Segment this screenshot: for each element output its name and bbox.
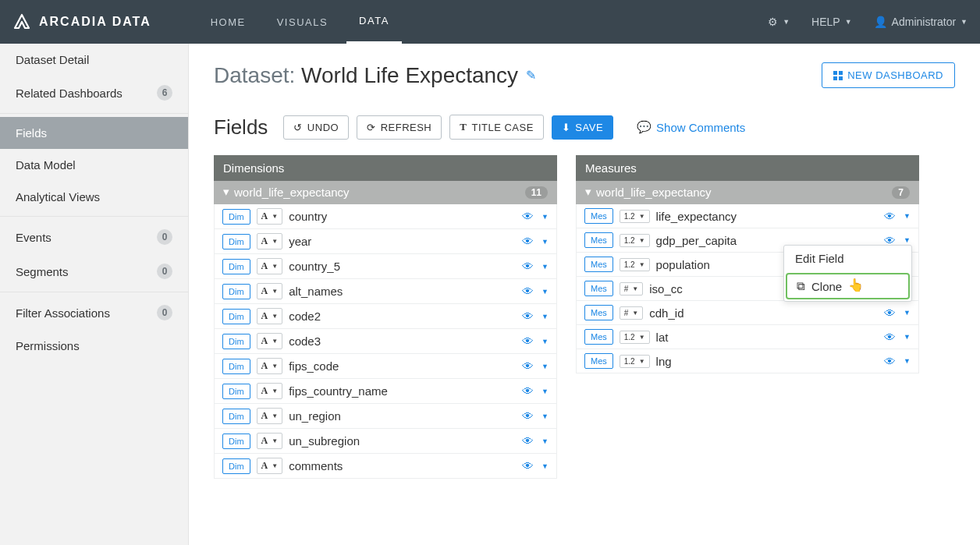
dataset-name: World Life Expectancy [301, 63, 518, 87]
field-row: DimA▼country👁▼ [214, 204, 557, 229]
measures-group-header[interactable]: ▾world_life_expectancy 7 [576, 181, 919, 204]
field-menu-caret[interactable]: ▼ [541, 338, 549, 345]
field-menu-caret[interactable]: ▼ [904, 357, 911, 365]
help-menu[interactable]: HELP ▼ [811, 16, 852, 28]
save-label: SAVE [575, 122, 603, 133]
user-menu[interactable]: 👤 Administrator ▼ [874, 16, 968, 28]
field-name: comments [289, 459, 516, 472]
sidebar-item-fields[interactable]: Fields [0, 117, 188, 149]
sidebar-item-segments[interactable]: Segments0 [0, 254, 188, 288]
field-menu-caret[interactable]: ▼ [904, 333, 911, 341]
nav-data[interactable]: DATA [346, 0, 402, 44]
field-menu-caret[interactable]: ▼ [904, 309, 911, 317]
field-menu-caret[interactable]: ▼ [541, 313, 549, 320]
gear-icon: ⚙ [768, 16, 778, 28]
visibility-icon[interactable]: 👁 [522, 434, 534, 448]
visibility-icon[interactable]: 👁 [522, 359, 534, 373]
type-selector[interactable]: 1.2▼ [620, 258, 650, 271]
user-icon: 👤 [874, 16, 887, 28]
visibility-icon[interactable]: 👁 [884, 355, 896, 368]
sidebar-item-perms[interactable]: Permissions [0, 330, 188, 362]
nav-visuals[interactable]: VISUALS [265, 0, 340, 44]
type-selector[interactable]: A▼ [257, 233, 283, 249]
sidebar-item-label: Segments [16, 265, 69, 278]
sidebar-item-filters[interactable]: Filter Associations0 [0, 296, 188, 330]
type-selector[interactable]: A▼ [257, 458, 283, 474]
type-selector[interactable]: 1.2▼ [620, 331, 650, 344]
titlecase-button[interactable]: TTITLE CASE [449, 115, 544, 140]
type-selector[interactable]: 1.2▼ [620, 355, 650, 368]
visibility-icon[interactable]: 👁 [522, 334, 534, 348]
menu-edit-field[interactable]: Edit Field [784, 246, 911, 271]
visibility-icon[interactable]: 👁 [522, 310, 534, 323]
visibility-icon[interactable]: 👁 [522, 210, 534, 223]
sidebar-item-detail[interactable]: Dataset Detail [0, 44, 188, 76]
new-dashboard-button[interactable]: NEW DASHBOARD [822, 62, 955, 88]
field-row: DimA▼code2👁▼ [214, 304, 557, 329]
visibility-icon[interactable]: 👁 [522, 459, 534, 472]
settings-menu[interactable]: ⚙ ▼ [768, 16, 790, 28]
field-menu-caret[interactable]: ▼ [541, 437, 549, 445]
type-selector[interactable]: A▼ [257, 208, 283, 225]
type-selector[interactable]: A▼ [257, 308, 283, 324]
count-badge: 0 [157, 264, 172, 279]
menu-clone[interactable]: ⧉Clone [786, 273, 910, 299]
type-selector[interactable]: A▼ [257, 408, 283, 424]
brand[interactable]: ARCADIA DATA [12, 12, 151, 31]
measures-header: Measures [576, 155, 919, 181]
field-menu-caret[interactable]: ▼ [904, 212, 911, 220]
field-row: DimA▼fips_code👁▼ [214, 354, 557, 379]
field-name: life_expectancy [656, 210, 878, 223]
field-menu-caret[interactable]: ▼ [541, 288, 549, 296]
refresh-button[interactable]: ⟳REFRESH [357, 115, 442, 140]
fields-heading: Fields [214, 115, 268, 140]
dataset-prefix: Dataset: [214, 63, 295, 87]
dim-tag: Dim [222, 384, 250, 399]
visibility-icon[interactable]: 👁 [884, 210, 896, 223]
sidebar-item-events[interactable]: Events0 [0, 220, 188, 254]
edit-dataset-icon[interactable]: ✎ [526, 68, 536, 83]
chevron-down-icon: ▼ [845, 18, 852, 26]
visibility-icon[interactable]: 👁 [522, 384, 534, 398]
field-name: code3 [289, 334, 516, 348]
sidebar-item-label: Dataset Detail [16, 53, 89, 66]
visibility-icon[interactable]: 👁 [522, 409, 534, 423]
type-selector[interactable]: A▼ [257, 258, 283, 274]
field-menu-caret[interactable]: ▼ [541, 363, 549, 370]
field-menu-caret[interactable]: ▼ [541, 388, 549, 395]
dimensions-group-header[interactable]: ▾world_life_expectancy 11 [214, 181, 557, 204]
visibility-icon[interactable]: 👁 [522, 235, 534, 248]
field-menu-caret[interactable]: ▼ [541, 462, 549, 470]
show-comments-link[interactable]: 💬Show Comments [637, 120, 745, 134]
nav-home[interactable]: HOME [198, 0, 258, 44]
mes-tag: Mes [584, 232, 613, 248]
dim-tag: Dim [222, 259, 250, 274]
field-menu-caret[interactable]: ▼ [541, 238, 549, 246]
type-selector[interactable]: #▼ [620, 282, 643, 296]
sidebar-item-model[interactable]: Data Model [0, 149, 188, 181]
field-menu-caret[interactable]: ▼ [541, 213, 549, 221]
visibility-icon[interactable]: 👁 [522, 285, 534, 298]
field-menu-caret[interactable]: ▼ [541, 412, 549, 420]
type-selector[interactable]: 1.2▼ [620, 210, 650, 223]
type-selector[interactable]: A▼ [257, 383, 283, 399]
mes-tag: Mes [584, 353, 613, 369]
chevron-down-icon: ▼ [783, 18, 790, 26]
visibility-icon[interactable]: 👁 [522, 260, 534, 273]
titlecase-label: TITLE CASE [471, 122, 533, 133]
type-selector[interactable]: A▼ [257, 333, 283, 349]
type-selector[interactable]: A▼ [257, 283, 283, 299]
visibility-icon[interactable]: 👁 [884, 306, 896, 320]
field-menu-caret[interactable]: ▼ [541, 263, 549, 271]
undo-button[interactable]: ↺UNDO [283, 115, 349, 140]
type-selector[interactable]: #▼ [620, 306, 643, 320]
type-selector[interactable]: A▼ [257, 433, 283, 449]
field-row: DimA▼un_subregion👁▼ [214, 429, 557, 454]
visibility-icon[interactable]: 👁 [884, 331, 896, 344]
field-menu-caret[interactable]: ▼ [904, 236, 911, 244]
type-selector[interactable]: A▼ [257, 358, 283, 374]
type-selector[interactable]: 1.2▼ [620, 234, 650, 247]
sidebar-item-related[interactable]: Related Dashboards6 [0, 76, 188, 110]
sidebar-item-aviews[interactable]: Analytical Views [0, 181, 188, 213]
save-button[interactable]: ⬇SAVE [552, 115, 613, 140]
